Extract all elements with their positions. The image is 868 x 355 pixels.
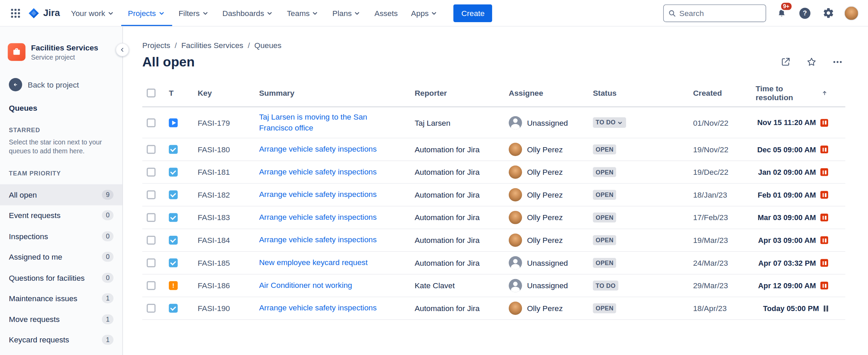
row-checkbox[interactable]: [147, 304, 155, 313]
table-row[interactable]: FASI-183 Arrange vehicle safety inspecti…: [142, 206, 845, 229]
breadcrumb-item-projects[interactable]: Projects: [142, 41, 170, 50]
chevron-left-icon: [119, 46, 126, 54]
issue-summary-link[interactable]: Taj Larsen is moving to the San Francisc…: [259, 112, 410, 134]
queue-table-header: T Key Summary Reporter Assignee Status C…: [142, 84, 845, 107]
row-checkbox[interactable]: [147, 236, 155, 245]
assignee-name: Olly Perez: [527, 168, 563, 176]
row-checkbox[interactable]: [147, 145, 155, 154]
issue-summary-link[interactable]: Arrange vehicle safety inspections: [259, 212, 392, 223]
breadcrumb-item-facilities-services[interactable]: Facilities Services: [181, 41, 243, 50]
nav-item-label: Teams: [287, 9, 310, 17]
back-arrow-icon: [9, 78, 22, 91]
sidebar-queue-event-requests[interactable]: Event requests 0: [0, 205, 122, 226]
nav-item-label: Projects: [128, 9, 156, 17]
table-row[interactable]: FASI-179 Taj Larsen is moving to the San…: [142, 107, 845, 138]
search-input[interactable]: [679, 9, 761, 17]
profile-button[interactable]: [844, 5, 859, 20]
sidebar-queue-questions-for-facilities[interactable]: Questions for facilities 0: [0, 267, 122, 288]
status-badge[interactable]: TO DO: [593, 118, 626, 128]
header-created: Created: [689, 89, 751, 97]
row-checkbox[interactable]: [147, 118, 155, 127]
issue-key[interactable]: FASI-179: [193, 118, 255, 127]
issue-key[interactable]: FASI-186: [193, 281, 255, 290]
table-row[interactable]: FASI-180 Arrange vehicle safety inspecti…: [142, 138, 845, 161]
breadcrumb-item-queues[interactable]: Queues: [254, 41, 281, 50]
table-row[interactable]: FASI-181 Arrange vehicle safety inspecti…: [142, 161, 845, 184]
sla-clock-icon: [820, 236, 828, 244]
nav-item-apps[interactable]: Apps: [405, 0, 445, 26]
global-search[interactable]: [663, 4, 766, 22]
row-checkbox[interactable]: [147, 213, 155, 222]
nav-item-projects[interactable]: Projects: [121, 0, 172, 26]
issue-summary-link[interactable]: Arrange vehicle safety inspections: [259, 144, 392, 155]
notifications-button[interactable]: 9+: [774, 5, 789, 20]
request-type-icon: [169, 118, 178, 127]
nav-item-assets[interactable]: Assets: [368, 0, 404, 26]
row-checkbox[interactable]: [147, 281, 155, 290]
issue-key[interactable]: FASI-181: [193, 168, 255, 176]
issue-summary-link[interactable]: Air Conditioner not working: [259, 280, 368, 291]
issue-summary-link[interactable]: New employee keycard request: [259, 258, 383, 268]
task-type-icon: [169, 304, 178, 313]
nav-item-plans[interactable]: Plans: [326, 0, 368, 26]
table-row[interactable]: FASI-190 Arrange vehicle safety inspecti…: [142, 297, 845, 320]
nav-item-dashboards[interactable]: Dashboards: [216, 0, 280, 26]
help-button[interactable]: ?: [797, 5, 812, 20]
create-button[interactable]: Create: [454, 4, 492, 22]
issue-summary-link[interactable]: Arrange vehicle safety inspections: [259, 235, 392, 246]
settings-button[interactable]: [820, 5, 836, 20]
star-queue-button[interactable]: [804, 54, 819, 70]
row-checkbox[interactable]: [147, 259, 155, 267]
issue-summary-link[interactable]: Arrange vehicle safety inspections: [259, 303, 392, 314]
app-switcher-button[interactable]: [6, 4, 24, 22]
issue-key[interactable]: FASI-183: [193, 213, 255, 222]
notification-count-badge: 9+: [780, 1, 793, 11]
status-label: OPEN: [596, 191, 614, 199]
issue-summary-link[interactable]: Arrange vehicle safety inspections: [259, 167, 392, 178]
jira-logo-icon: [28, 7, 40, 19]
issue-key[interactable]: FASI-185: [193, 259, 255, 267]
reporter-name: Automation for Jira: [410, 168, 504, 176]
table-row[interactable]: FASI-186 Air Conditioner not working Kat…: [142, 275, 845, 297]
more-actions-button[interactable]: [830, 54, 845, 70]
chevron-down-icon: [107, 9, 115, 17]
nav-item-your-work[interactable]: Your work: [64, 0, 121, 26]
queue-item-count: 0: [102, 273, 113, 283]
task-type-icon: [169, 259, 178, 267]
breadcrumb: Projects/Facilities Services/Queues: [142, 41, 845, 50]
search-icon: [668, 9, 676, 17]
nav-item-label: Apps: [411, 9, 429, 17]
table-row[interactable]: FASI-185 New employee keycard request Au…: [142, 252, 845, 275]
sidebar-queue-assigned-to-me[interactable]: Assigned to me 0: [0, 247, 122, 267]
app-window: Jira Your work Projects Filters Dashboar…: [0, 0, 868, 355]
sidebar-queue-keycard-requests[interactable]: Keycard requests 1: [0, 330, 122, 351]
nav-item-teams[interactable]: Teams: [280, 0, 326, 26]
issue-key[interactable]: FASI-184: [193, 236, 255, 245]
status-label: OPEN: [596, 304, 614, 312]
table-row[interactable]: FASI-182 Arrange vehicle safety inspecti…: [142, 184, 845, 207]
queue-item-count: 9: [102, 190, 113, 200]
sidebar-collapse-button[interactable]: [116, 43, 129, 57]
sidebar-queue-move-requests[interactable]: Move requests 1: [0, 309, 122, 330]
row-checkbox[interactable]: [147, 168, 155, 176]
share-export-button[interactable]: [778, 54, 793, 70]
issue-key[interactable]: FASI-180: [193, 145, 255, 154]
issue-key[interactable]: FASI-190: [193, 304, 255, 313]
sidebar-queue-maintenance-issues[interactable]: Maintenance issues 1: [0, 288, 122, 309]
time-to-resolution-value: Feb 01 09:00 AM: [758, 191, 816, 199]
issue-summary-link[interactable]: Arrange vehicle safety inspections: [259, 189, 392, 200]
sidebar-queue-all-open[interactable]: All open 9: [0, 184, 122, 205]
row-checkbox[interactable]: [147, 190, 155, 199]
jira-logo[interactable]: Jira: [24, 7, 64, 19]
sidebar-queue-inspections[interactable]: Inspections 0: [0, 226, 122, 247]
created-date: 01/Nov/22: [689, 118, 751, 127]
status-label: OPEN: [596, 168, 614, 176]
back-to-project-button[interactable]: Back to project: [9, 78, 113, 91]
select-all-checkbox[interactable]: [147, 89, 155, 97]
nav-item-filters[interactable]: Filters: [172, 0, 216, 26]
status-chevron-icon: [617, 119, 623, 126]
issue-key[interactable]: FASI-182: [193, 190, 255, 199]
queue-list: All open 9 Event requests 0 Inspections …: [0, 184, 122, 350]
table-row[interactable]: FASI-184 Arrange vehicle safety inspecti…: [142, 229, 845, 252]
header-time-to-resolution[interactable]: Time to resolution: [751, 84, 845, 102]
